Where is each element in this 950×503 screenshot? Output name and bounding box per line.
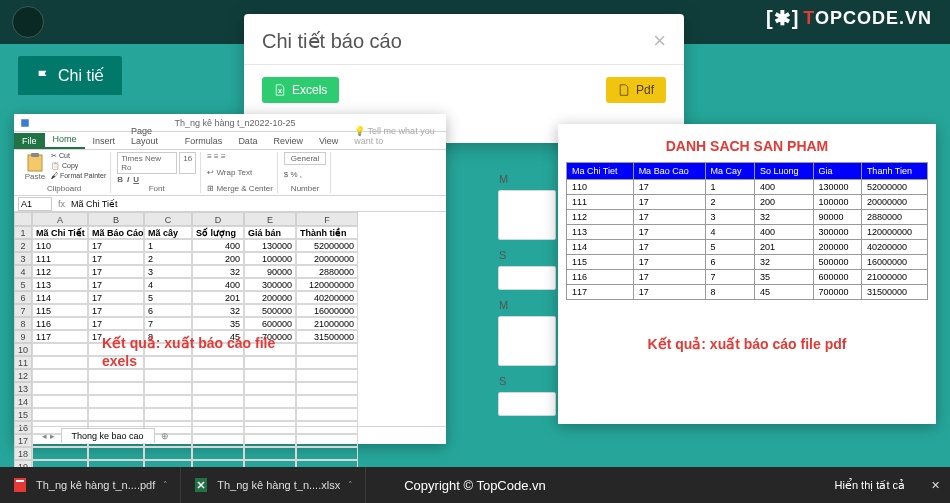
sheet-nav[interactable]: ◂ ▸ <box>42 431 55 441</box>
empty-cell[interactable] <box>296 343 358 356</box>
bg-field[interactable] <box>498 266 556 290</box>
data-cell[interactable]: 17 <box>88 278 144 291</box>
data-cell[interactable]: 21000000 <box>296 317 358 330</box>
empty-cell[interactable] <box>244 382 296 395</box>
number-format-select[interactable]: General <box>284 152 326 165</box>
empty-cell[interactable] <box>296 356 358 369</box>
data-cell[interactable]: 116 <box>32 317 88 330</box>
row-header[interactable]: 18 <box>14 447 32 460</box>
data-cell[interactable]: 6 <box>144 304 192 317</box>
row-header[interactable]: 1 <box>14 226 32 239</box>
header-cell[interactable]: Thành tiền <box>296 226 358 239</box>
row-header[interactable]: 6 <box>14 291 32 304</box>
data-cell[interactable]: 2 <box>144 252 192 265</box>
empty-cell[interactable] <box>244 408 296 421</box>
add-sheet-button[interactable]: ⊕ <box>161 431 169 441</box>
empty-cell[interactable] <box>32 408 88 421</box>
empty-cell[interactable] <box>88 408 144 421</box>
ribbon-tab-review[interactable]: Review <box>265 133 311 149</box>
empty-cell[interactable] <box>144 369 192 382</box>
copy-button[interactable]: 📋 Copy <box>51 162 106 170</box>
cut-button[interactable]: ✂ Cut <box>51 152 106 160</box>
data-cell[interactable]: 3 <box>144 265 192 278</box>
data-cell[interactable]: 16000000 <box>296 304 358 317</box>
data-cell[interactable]: 17 <box>88 239 144 252</box>
row-header[interactable]: 5 <box>14 278 32 291</box>
name-box[interactable]: A1 <box>18 197 52 211</box>
data-cell[interactable]: 120000000 <box>296 278 358 291</box>
ribbon-tab-data[interactable]: Data <box>230 133 265 149</box>
data-cell[interactable]: 32 <box>192 304 244 317</box>
ribbon-tab-insert[interactable]: Insert <box>85 133 124 149</box>
row-header[interactable]: 14 <box>14 395 32 408</box>
export-pdf-button[interactable]: Pdf <box>606 77 666 103</box>
bold-button[interactable]: B <box>117 175 123 184</box>
italic-button[interactable]: I <box>127 175 129 184</box>
data-cell[interactable]: 400 <box>192 278 244 291</box>
header-cell[interactable]: Giá bán <box>244 226 296 239</box>
data-cell[interactable]: 500000 <box>244 304 296 317</box>
data-cell[interactable]: 17 <box>88 252 144 265</box>
data-cell[interactable]: 200000 <box>244 291 296 304</box>
data-cell[interactable]: 600000 <box>244 317 296 330</box>
row-header[interactable]: 7 <box>14 304 32 317</box>
col-header[interactable]: F <box>296 212 358 226</box>
empty-cell[interactable] <box>296 447 358 460</box>
col-header[interactable]: C <box>144 212 192 226</box>
sheet-tab[interactable]: Thong ke bao cao <box>61 428 155 443</box>
data-cell[interactable]: 130000 <box>244 239 296 252</box>
empty-cell[interactable] <box>32 369 88 382</box>
data-cell[interactable]: 4 <box>144 278 192 291</box>
row-header[interactable]: 11 <box>14 356 32 369</box>
data-cell[interactable]: 110 <box>32 239 88 252</box>
empty-cell[interactable] <box>32 356 88 369</box>
ribbon-tab-home[interactable]: Home <box>45 131 85 149</box>
header-cell[interactable]: Mã Báo Cáo <box>88 226 144 239</box>
row-header[interactable]: 10 <box>14 343 32 356</box>
empty-cell[interactable] <box>244 395 296 408</box>
col-header[interactable]: E <box>244 212 296 226</box>
fx-icon[interactable]: fx <box>58 199 65 209</box>
empty-cell[interactable] <box>88 382 144 395</box>
underline-button[interactable]: U <box>133 175 139 184</box>
data-cell[interactable]: 32 <box>192 265 244 278</box>
data-cell[interactable]: 111 <box>32 252 88 265</box>
data-cell[interactable]: 200 <box>192 252 244 265</box>
data-cell[interactable]: 35 <box>192 317 244 330</box>
ribbon-tab-file[interactable]: File <box>14 133 45 149</box>
empty-cell[interactable] <box>144 447 192 460</box>
data-cell[interactable]: 7 <box>144 317 192 330</box>
row-header[interactable]: 13 <box>14 382 32 395</box>
download-item-pdf[interactable]: Th_ng kê hàng t_n....pdf ˄ <box>0 467 181 503</box>
col-header[interactable]: A <box>32 212 88 226</box>
empty-cell[interactable] <box>88 447 144 460</box>
data-cell[interactable]: 100000 <box>244 252 296 265</box>
col-header[interactable]: D <box>192 212 244 226</box>
empty-cell[interactable] <box>88 395 144 408</box>
save-icon[interactable] <box>20 118 30 128</box>
row-header[interactable]: 3 <box>14 252 32 265</box>
format-painter-button[interactable]: 🖌 Format Painter <box>51 172 106 179</box>
data-cell[interactable]: 17 <box>88 291 144 304</box>
empty-cell[interactable] <box>296 408 358 421</box>
bg-field[interactable] <box>498 316 556 366</box>
empty-cell[interactable] <box>296 369 358 382</box>
chevron-up-icon[interactable]: ˄ <box>348 480 353 490</box>
empty-cell[interactable] <box>32 395 88 408</box>
empty-cell[interactable] <box>192 382 244 395</box>
empty-cell[interactable] <box>144 382 192 395</box>
data-cell[interactable]: 113 <box>32 278 88 291</box>
data-cell[interactable]: 17 <box>88 317 144 330</box>
header-cell[interactable]: Mã Chi Tiết <box>32 226 88 239</box>
breadcrumb-tab[interactable]: Chi tiế <box>18 56 122 95</box>
data-cell[interactable]: 112 <box>32 265 88 278</box>
export-excel-button[interactable]: Excels <box>262 77 339 103</box>
header-cell[interactable]: Mã cây <box>144 226 192 239</box>
empty-cell[interactable] <box>32 343 88 356</box>
bg-field[interactable] <box>498 190 556 240</box>
data-cell[interactable]: 5 <box>144 291 192 304</box>
empty-cell[interactable] <box>192 447 244 460</box>
header-cell[interactable]: Số lượng <box>192 226 244 239</box>
data-cell[interactable]: 2880000 <box>296 265 358 278</box>
empty-cell[interactable] <box>296 382 358 395</box>
